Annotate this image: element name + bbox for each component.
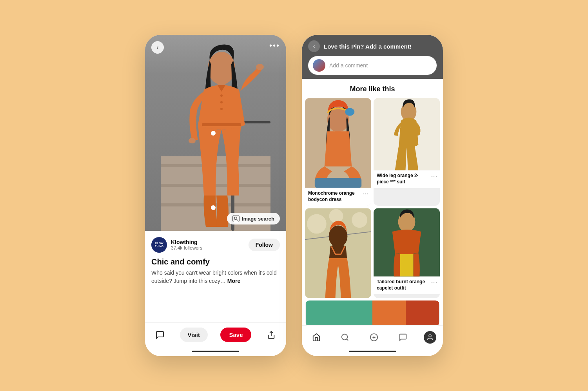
more-like-title: More like this [302, 79, 443, 98]
home-bar [192, 351, 239, 352]
right-home-bar [349, 351, 396, 352]
bottom-action-bar: Visit Save [145, 322, 286, 347]
svg-point-27 [329, 209, 343, 223]
author-info: KLOWTHING Klowthing 37.4k followers [151, 237, 202, 253]
more-link[interactable]: More [227, 278, 240, 284]
svg-rect-36 [406, 300, 439, 325]
svg-rect-34 [306, 300, 372, 325]
pin-card-3[interactable] [305, 208, 371, 298]
profile-nav-button[interactable] [424, 331, 436, 344]
svg-rect-35 [372, 300, 406, 325]
author-row: KLOWTHING Klowthing 37.4k followers Foll… [151, 237, 280, 253]
woman-figure-svg [161, 39, 270, 231]
visit-button[interactable]: Visit [180, 328, 208, 342]
home-indicator [145, 347, 286, 356]
left-phone: ‹ ••• Image search KLOWTHING Klowt [145, 35, 286, 356]
right-phone: ‹ Love this Pin? Add a comment! Add a co… [302, 35, 443, 356]
follow-button[interactable]: Follow [249, 239, 280, 251]
pin-card-1[interactable]: Monochrome orange bodycon dress ··· [305, 98, 371, 206]
svg-point-42 [429, 335, 431, 337]
pin-image-1 [305, 98, 371, 188]
svg-line-16 [237, 219, 238, 221]
share-button[interactable] [264, 328, 278, 342]
svg-rect-21 [315, 178, 361, 188]
back-button[interactable]: ‹ [151, 41, 164, 54]
search-nav-button[interactable] [337, 329, 353, 345]
save-button[interactable]: Save [220, 328, 251, 342]
pin-image-area: ‹ ••• Image search [145, 35, 286, 231]
comment-placeholder: Add a comment [329, 62, 368, 69]
svg-point-37 [342, 334, 348, 340]
svg-point-25 [307, 214, 327, 234]
pin-label-4: Tailored burnt orange capelet outfit [377, 279, 437, 291]
svg-line-38 [347, 339, 348, 340]
dot-indicator-2 [211, 205, 216, 210]
svg-point-13 [189, 138, 196, 143]
svg-point-10 [220, 94, 223, 97]
pin-label-1: Monochrome orange bodycon dress [308, 190, 368, 203]
svg-point-11 [220, 101, 223, 103]
svg-point-6 [208, 52, 235, 85]
right-home-indicator [302, 347, 443, 356]
comment-input-area[interactable]: Add a comment [308, 56, 437, 75]
more-options-button[interactable]: ••• [269, 41, 280, 50]
image-search-label: Image search [242, 216, 274, 222]
messages-nav-button[interactable] [395, 329, 411, 345]
pin-label-2: Wide leg orange 2-piece *** suit [377, 173, 437, 185]
love-pin-text: Love this Pin? Add a comment! [324, 43, 412, 50]
pin-card-2[interactable]: Wide leg orange 2-piece *** suit ··· [374, 98, 440, 206]
image-search-icon [232, 215, 240, 222]
svg-point-8 [256, 64, 264, 70]
svg-rect-33 [400, 254, 414, 277]
pin-description: Who said you can't wear bright colors wh… [151, 269, 280, 285]
pin-image-3 [305, 208, 371, 298]
svg-point-20 [345, 108, 354, 116]
more-like-section: More like this [302, 79, 443, 325]
pin-more-1[interactable]: ··· [363, 190, 369, 197]
pin-image-2 [374, 98, 440, 170]
pins-grid: Monochrome orange bodycon dress ··· [302, 98, 443, 325]
author-details: Klowthing 37.4k followers [171, 239, 202, 251]
pin-info-section: KLOWTHING Klowthing 37.4k followers Foll… [145, 231, 286, 322]
bottom-nav [302, 325, 443, 347]
pin-image-5 [305, 300, 440, 325]
svg-point-26 [352, 212, 367, 228]
comment-header: ‹ Love this Pin? Add a comment! Add a co… [302, 35, 443, 79]
author-name: Klowthing [171, 239, 202, 245]
image-search-button[interactable]: Image search [227, 213, 280, 224]
author-followers: 37.4k followers [171, 245, 202, 251]
author-avatar[interactable]: KLOWTHING [151, 237, 167, 253]
svg-rect-9 [202, 123, 241, 126]
user-avatar-comment [313, 59, 325, 72]
comment-button[interactable] [153, 328, 167, 342]
pin-card-5[interactable] [305, 300, 440, 325]
pin-card-4[interactable]: Tailored burnt orange capelet outfit ··· [374, 208, 440, 298]
pin-more-4[interactable]: ··· [431, 279, 437, 286]
comment-top-row: ‹ Love this Pin? Add a comment! [308, 40, 437, 52]
pin-more-2[interactable]: ··· [431, 173, 437, 180]
dot-indicator-1 [211, 131, 216, 136]
add-nav-button[interactable] [366, 329, 382, 345]
pin-title: Chic and comfy [151, 257, 280, 266]
pin-image-4 [374, 208, 440, 277]
home-nav-button[interactable] [309, 329, 324, 345]
svg-point-12 [220, 108, 223, 110]
back-button-dark[interactable]: ‹ [308, 40, 320, 52]
